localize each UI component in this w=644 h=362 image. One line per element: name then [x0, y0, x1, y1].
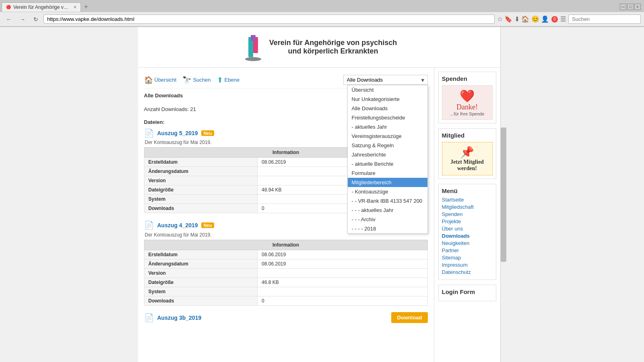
nav-suchen[interactable]: 🔭 Suchen [182, 76, 211, 84]
value-aenderungsdatum-2: 08.06.2019 [258, 259, 427, 269]
close-button[interactable]: × [634, 4, 641, 10]
nav-suchen-label: Suchen [193, 77, 211, 83]
refresh-button[interactable]: ↻ [31, 14, 41, 24]
active-tab[interactable]: 🔴 Verein für Angehörige von ... × [2, 2, 81, 12]
file-link-2[interactable]: Auszug 4_2019 [157, 222, 198, 228]
label-system-2: System [144, 287, 258, 296]
value-system-2 [258, 287, 427, 296]
menu-item-mitgliedschaft[interactable]: Mitgliedschaft [442, 204, 493, 210]
download-button-3[interactable]: Download [391, 312, 427, 323]
dropdown-menu-item[interactable]: - aktuelles Jahr [348, 122, 427, 132]
value-version-2 [258, 269, 427, 278]
dropdown-menu-item[interactable]: - - - Archiv [348, 215, 427, 224]
minimize-button[interactable]: — [620, 4, 626, 10]
label-dateigroesse-1: Dateigröße [144, 185, 258, 195]
menu-link-startseite[interactable]: Startseite [442, 197, 464, 203]
label-dateigroesse-2: Dateigröße [144, 278, 258, 287]
logo-area: Verein für Angehörige von psychisch und … [146, 31, 492, 63]
menu-item-neuigkeiten[interactable]: Neuigkeiten [442, 240, 493, 246]
dropdown-menu-item[interactable]: Jahresberichte [348, 150, 427, 159]
spende-sub: ...für Ihre Spende [446, 111, 489, 116]
menu-title: Menü [442, 187, 493, 194]
menu-link-impressum[interactable]: Impressum [442, 262, 468, 268]
file-link-3[interactable]: Auszug 3b_2019 [157, 315, 202, 321]
pdf-icon-2: 📄 [144, 220, 154, 230]
menu-item-datenschutz[interactable]: Datenschutz [442, 269, 493, 275]
menu-item-impressum[interactable]: Impressum [442, 262, 493, 268]
site-title-line1: Verein für Angehörige von psychisch [269, 39, 397, 47]
browser-icons: ☆ 🔖 ⬇ 🏠 😊 👤 0 ☰ [497, 15, 566, 23]
menu-item-sitemap[interactable]: Sitemap [442, 255, 493, 261]
sidebar-spenden-box: Spenden ❤️ Danke! ...für Ihre Spende [438, 72, 496, 123]
tab-bar: 🔴 Verein für Angehörige von ... × + — □ … [0, 0, 644, 12]
back-button[interactable]: ← [3, 14, 14, 24]
home-icon: 🏠 [144, 76, 153, 84]
heart-icon: ❤️ [446, 89, 489, 103]
mitglied-cta-box[interactable]: 📌 Jetzt Mitglied werden! [442, 142, 493, 175]
search-input[interactable] [568, 14, 641, 24]
menu-item-projekte[interactable]: Projekte [442, 218, 493, 224]
dropdown-menu-item[interactable]: - Kontoauszüge [348, 187, 427, 196]
category-dropdown[interactable]: ÜbersichtNur UnkategorisierteAlle Downlo… [343, 75, 428, 85]
dropdown-menu-item[interactable]: Vereinsgisterauszüge [348, 132, 427, 141]
dropdown-menu-item[interactable]: - - VR-Bank IBB 4133 547 200 [348, 196, 427, 206]
svg-rect-3 [251, 35, 256, 41]
dropdown-menu-item[interactable]: Nur Unkategorisierte [348, 95, 427, 104]
scrollbar-thumb[interactable] [501, 128, 506, 262]
menu-link-projekte[interactable]: Projekte [442, 218, 461, 224]
nav-ubersicht[interactable]: 🏠 Übersicht [144, 76, 177, 84]
menu-link-spenden[interactable]: Spenden [442, 211, 463, 217]
label-aenderungsdatum-1: Änderungsdatum [144, 167, 258, 176]
sidebar: Spenden ❤️ Danke! ...für Ihre Spende Mit… [434, 68, 500, 362]
dropdown-menu-item[interactable]: Übersicht [348, 85, 427, 95]
url-input[interactable] [43, 14, 495, 24]
sidebar-mitglied-box: Mitglied 📌 Jetzt Mitglied werden! [438, 128, 496, 179]
file-item-3: 📄 Auszug 3b_2019 Download [144, 311, 428, 325]
menu-item-startseite[interactable]: Startseite [442, 197, 493, 203]
dropdown-menu-item[interactable]: - - - aktuelles Jahr [348, 206, 427, 215]
menu-link-datenschutz[interactable]: Datenschutz [442, 269, 471, 275]
file-link-1[interactable]: Auszug 5_2019 [157, 130, 198, 136]
dropdown-menu-item[interactable]: - - - - 2018 [348, 224, 427, 233]
site-logo [241, 33, 265, 61]
maximize-button[interactable]: □ [627, 4, 634, 10]
menu-link-sitemap[interactable]: Sitemap [442, 255, 461, 261]
nav-toolbar: 🏠 Übersicht 🔭 Suchen ⬆ Ebene Ü [144, 72, 428, 88]
menu-link-partner[interactable]: Partner [442, 247, 459, 253]
dropdown-menu-item[interactable]: Mitgliederbereich [348, 178, 427, 187]
mitglied-title: Mitglied [442, 132, 493, 139]
page-container: Verein für Angehörige von psychisch und … [138, 27, 500, 362]
menu-link-neuigkeiten[interactable]: Neuigkeiten [442, 240, 470, 246]
dropdown-menu-item[interactable]: Alle Downloads [348, 104, 427, 113]
tab-favicon: 🔴 [6, 5, 11, 9]
menu-link-uber-uns[interactable]: Über uns [442, 226, 463, 232]
scrollbar[interactable] [500, 27, 506, 362]
dropdown-menu-item[interactable]: Formulare [348, 169, 427, 178]
nav-ebene[interactable]: ⬆ Ebene [217, 76, 240, 84]
menu-item-uber-uns[interactable]: Über uns [442, 226, 493, 232]
nav-ebene-label: Ebene [225, 77, 240, 83]
pdf-icon-3: 📄 [144, 313, 154, 323]
new-tab-button[interactable]: + [81, 2, 91, 12]
dropdown-menu-item[interactable]: Satzung & Regeln [348, 141, 427, 150]
menu-link-downloads[interactable]: Downloads [442, 233, 470, 239]
dropdown-menu-item[interactable]: Freistellungsbescheide [348, 113, 427, 122]
spenden-title: Spenden [442, 75, 493, 82]
tab-title: Verein für Angehörige von ... [13, 4, 70, 10]
value-erstelldatum-2: 08.06.2019 [258, 250, 427, 259]
window-controls: — □ × [618, 2, 642, 12]
main-content: 🏠 Übersicht 🔭 Suchen ⬆ Ebene Ü [138, 68, 434, 362]
menu-item-downloads[interactable]: Downloads [442, 233, 493, 239]
menu-item-partner[interactable]: Partner [442, 247, 493, 253]
binoculars-icon: 🔭 [182, 76, 191, 84]
menu-link-mitgliedschaft[interactable]: Mitgliedschaft [442, 204, 474, 210]
danke-text: Danke! [446, 103, 489, 111]
pin-icon: 📌 [446, 146, 489, 159]
forward-button[interactable]: → [17, 14, 28, 24]
menu-item-spenden[interactable]: Spenden [442, 211, 493, 217]
label-version-2: Version [144, 269, 258, 278]
file-header-3: 📄 Auszug 3b_2019 Download [144, 311, 428, 325]
dropdown-menu-item[interactable]: - aktuelle Berichte [348, 159, 427, 169]
nav-ubersicht-label: Übersicht [155, 77, 177, 83]
tab-close-button[interactable]: × [74, 4, 76, 10]
